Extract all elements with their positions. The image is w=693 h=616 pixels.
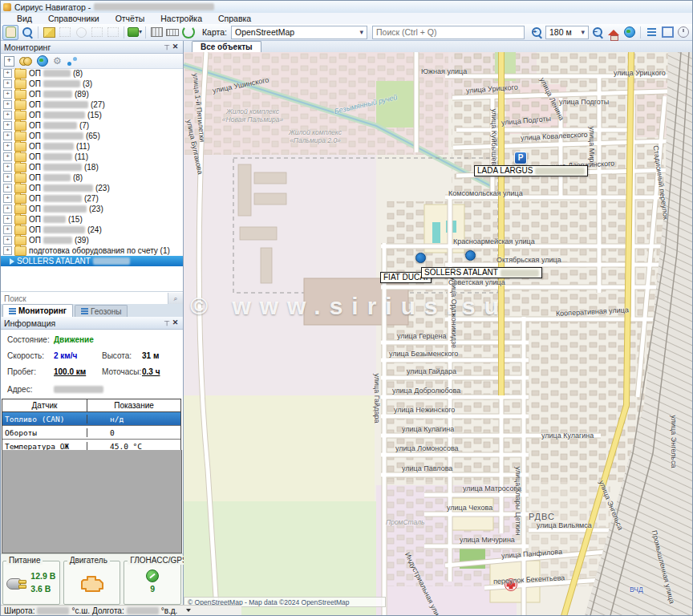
panel-tab[interactable]: Геозоны (75, 305, 128, 317)
tree-item-prefix: ОП (29, 194, 41, 203)
tree-item-group[interactable]: ОП (23) (1, 183, 183, 193)
edit-line-button[interactable] (106, 26, 120, 39)
tree-item-prefix: ОП (29, 173, 41, 182)
mileage-value[interactable]: 100.0 км (54, 367, 86, 376)
globe-button[interactable] (622, 26, 637, 39)
expand-icon[interactable] (3, 111, 12, 120)
pin-icon[interactable] (163, 43, 171, 51)
show-on-map-icon[interactable] (37, 55, 48, 67)
binoculars-icon[interactable] (19, 57, 32, 65)
ruler-button[interactable] (165, 26, 180, 39)
longitude-label: Долгота: (92, 606, 124, 615)
tree-item-group[interactable]: ОП (24) (1, 225, 183, 235)
expand-icon[interactable] (3, 194, 12, 203)
tree-item-group[interactable]: ОП (27) (1, 99, 183, 110)
panel-tab[interactable]: Мониторинг (2, 304, 73, 317)
expand-icon[interactable] (3, 132, 12, 140)
layers-icon (128, 27, 139, 37)
edit-geozone-button[interactable] (90, 26, 104, 39)
menu-item[interactable]: Настройка (152, 14, 210, 23)
folder-icon (14, 215, 26, 225)
zoom-in-button[interactable]: + (529, 26, 544, 39)
objects-list-button[interactable] (644, 26, 659, 39)
expand-icon[interactable] (3, 246, 12, 255)
expand-icon[interactable] (3, 173, 12, 182)
tree-item-group[interactable]: ОП (15) (1, 110, 183, 120)
layers-button[interactable]: ▾ (128, 26, 142, 39)
sensor-row[interactable]: Топливо (CAN) н/д (2, 412, 180, 426)
gear-icon[interactable] (53, 56, 62, 66)
expand-all-button[interactable] (4, 56, 14, 67)
expand-icon[interactable] (3, 69, 12, 78)
expand-icon[interactable] (3, 215, 12, 224)
expand-icon[interactable] (3, 100, 12, 109)
sensor-value: н/д (87, 415, 180, 424)
pin-icon[interactable] (163, 319, 171, 327)
close-icon[interactable] (171, 318, 180, 327)
zoom-out-button[interactable]: − (590, 26, 605, 39)
selection-frame-button[interactable] (660, 26, 675, 39)
tree-item-group[interactable]: ОП (18) (1, 162, 183, 172)
vehicle-dot-fiat[interactable] (415, 253, 426, 263)
value-col-header: Показание (87, 399, 180, 411)
tree-item-group[interactable]: ОП (8) (1, 172, 183, 183)
home-button[interactable] (606, 26, 621, 39)
tree-item-group[interactable]: ОП (15) (1, 214, 183, 225)
censored-group-name (43, 101, 88, 108)
tree-item-group[interactable]: ОП (11) (1, 141, 183, 152)
expand-icon[interactable] (3, 184, 12, 192)
map-scale-select[interactable]: 180 м (545, 26, 589, 39)
tree-item-group[interactable]: ОП (23) (1, 204, 183, 214)
tree-item-prefix: ОП (29, 111, 41, 120)
zoom-tool-button[interactable] (20, 26, 34, 39)
expand-icon[interactable] (3, 142, 12, 151)
tree-item-group[interactable]: ОП (89) (1, 89, 183, 99)
history-button[interactable] (676, 26, 691, 39)
statusbar-dropdown-arrow[interactable] (186, 609, 191, 612)
hours-value[interactable]: 0.3 ч (142, 367, 160, 376)
vehicle-dot-sollers[interactable] (465, 250, 476, 261)
menu-item[interactable]: Отчёты (107, 14, 153, 23)
expand-icon[interactable] (3, 236, 12, 245)
map-provider-select[interactable]: OpenStreetMap (231, 26, 367, 39)
menu-item[interactable]: Справка (210, 14, 259, 23)
tree-item-selected-vehicle[interactable]: SOLLERS ATALANT (1, 256, 183, 266)
pan-tool-button[interactable] (2, 25, 18, 40)
expand-icon[interactable] (3, 225, 12, 234)
expand-icon[interactable] (3, 205, 12, 213)
tree-item-group[interactable]: ОП (65) (1, 131, 183, 141)
tree-item-group[interactable]: ОП (27) (1, 193, 183, 204)
expand-icon[interactable] (3, 121, 12, 130)
panel-tabs: Мониторинг Геозоны (1, 304, 183, 318)
grid-button[interactable] (149, 26, 164, 39)
menu-item[interactable]: Вид (9, 14, 40, 23)
close-icon[interactable] (171, 43, 180, 51)
expand-icon[interactable] (3, 90, 12, 99)
tree-item-group[interactable]: ОП (39) (1, 235, 183, 245)
tree-item-group[interactable]: ОП (11) (1, 152, 183, 162)
global-search-input[interactable] (372, 26, 525, 39)
sensor-table-header: Датчик Показание (2, 399, 180, 412)
expand-icon[interactable] (3, 152, 12, 161)
sensor-row[interactable]: Обороты 0 (2, 426, 180, 440)
refresh-button[interactable] (181, 26, 196, 39)
map-tab-all-objects[interactable]: Все объекты (192, 41, 261, 52)
tree-item-group[interactable]: ОП (8) (1, 68, 183, 79)
tree-item-group[interactable]: ОП (7) (1, 120, 183, 131)
map-canvas[interactable]: Южная улицаулица Урицкогоулица Урицкогоу… (184, 52, 692, 615)
tree-item-count: (8) (73, 69, 83, 78)
vehicle-label-sollers[interactable]: SOLLERS ATALANT (421, 267, 542, 278)
menu-item[interactable]: Справочники (40, 14, 107, 23)
vehicle-label-lada[interactable]: LADA LARGUS (474, 165, 588, 176)
add-polygon-button[interactable] (58, 26, 72, 39)
expand-icon[interactable] (3, 163, 12, 172)
add-circle-button[interactable] (74, 26, 88, 39)
tree-item-preparation[interactable]: подготовка оборудования по счету (1) (1, 245, 183, 256)
tree-search-button[interactable]: ⌕ (168, 293, 183, 304)
expand-icon[interactable] (3, 79, 12, 88)
route-icon[interactable] (67, 57, 78, 66)
edit-map-button[interactable] (42, 26, 56, 39)
tree-item-group[interactable]: ОП (3) (1, 79, 183, 89)
mileage-label: Пробег: (7, 367, 36, 376)
tree-search-input[interactable] (1, 294, 168, 303)
